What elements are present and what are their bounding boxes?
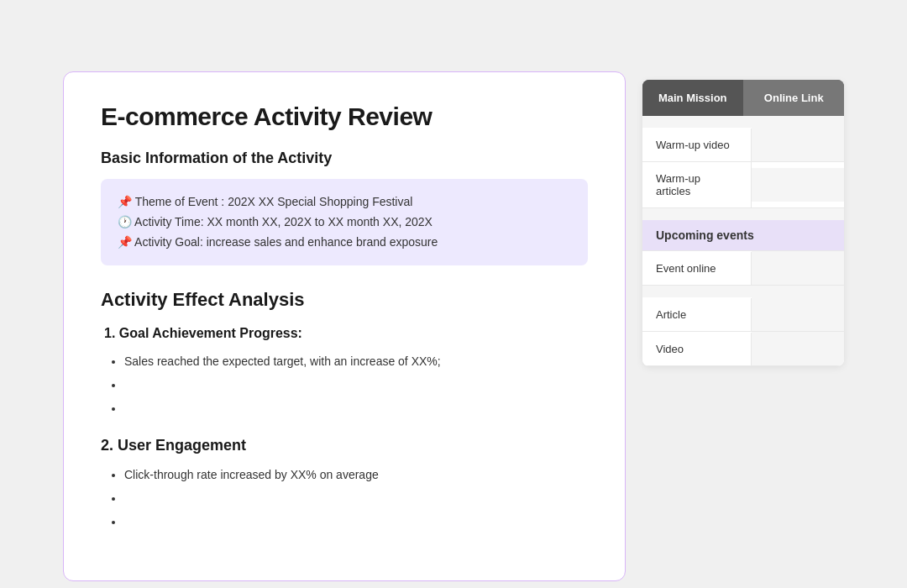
engagement-bullet-list: Click-through rate increased by XX% on a…	[101, 463, 588, 533]
warmup-video-value	[752, 128, 844, 161]
engagement-bullet-1: Click-through rate increased by XX% on a…	[124, 463, 588, 486]
warmup-video-label: Warm-up video	[642, 129, 752, 161]
info-time: 🕐 Activity Time: XX month XX, 202X to XX…	[118, 213, 571, 233]
video-value	[752, 332, 844, 365]
info-theme: 📌 Theme of Event : 202X XX Special Shopp…	[118, 192, 571, 213]
engagement-bullet-3	[124, 510, 588, 533]
warmup-articles-value	[752, 168, 844, 202]
warmup-articles-label: Warm-up articles	[642, 162, 752, 207]
sidebar-divider-bottom	[642, 286, 844, 297]
sidebar-row-event-online: Event online	[642, 251, 844, 286]
sidebar-divider-mid	[642, 208, 844, 220]
article-value	[752, 297, 844, 331]
basic-info-title: Basic Information of the Activity	[101, 150, 588, 167]
sidebar-row-article: Article	[642, 297, 844, 332]
sidebar-row-warmup-articles: Warm-up articles	[642, 162, 844, 208]
main-layout: E-commerce Activity Review Basic Informa…	[0, 0, 907, 588]
video-label: Video	[642, 333, 752, 365]
info-goal: 📌 Activity Goal: increase sales and enha…	[118, 233, 571, 253]
sidebar-panel: Main Mission Online Link Warm-up video W…	[642, 80, 844, 366]
event-online-value	[752, 251, 844, 285]
info-box: 📌 Theme of Event : 202X XX Special Shopp…	[101, 179, 588, 265]
sidebar-tabs: Main Mission Online Link	[642, 80, 844, 116]
analysis-title: Activity Effect Analysis	[101, 289, 588, 311]
goal-bullet-1: Sales reached the expected target, with …	[124, 349, 588, 373]
sidebar-row-video: Video	[642, 332, 844, 366]
doc-title: E-commerce Activity Review	[101, 102, 588, 131]
engagement-bullet-2	[124, 486, 588, 510]
sidebar-divider-top	[642, 116, 844, 128]
tab-online-link[interactable]: Online Link	[744, 80, 845, 116]
goal-bullet-list: Sales reached the expected target, with …	[101, 349, 588, 420]
goal-heading: 1. Goal Achievement Progress:	[101, 326, 588, 341]
goal-bullet-3	[124, 396, 588, 420]
upcoming-events-header: Upcoming events	[642, 220, 844, 251]
engagement-heading: 2. User Engagement	[101, 437, 588, 454]
event-online-label: Event online	[642, 252, 752, 285]
sidebar-row-warmup-video: Warm-up video	[642, 128, 844, 162]
article-label: Article	[642, 298, 752, 331]
tab-main-mission[interactable]: Main Mission	[642, 80, 744, 116]
document-panel: E-commerce Activity Review Basic Informa…	[63, 71, 626, 581]
goal-bullet-2	[124, 373, 588, 396]
